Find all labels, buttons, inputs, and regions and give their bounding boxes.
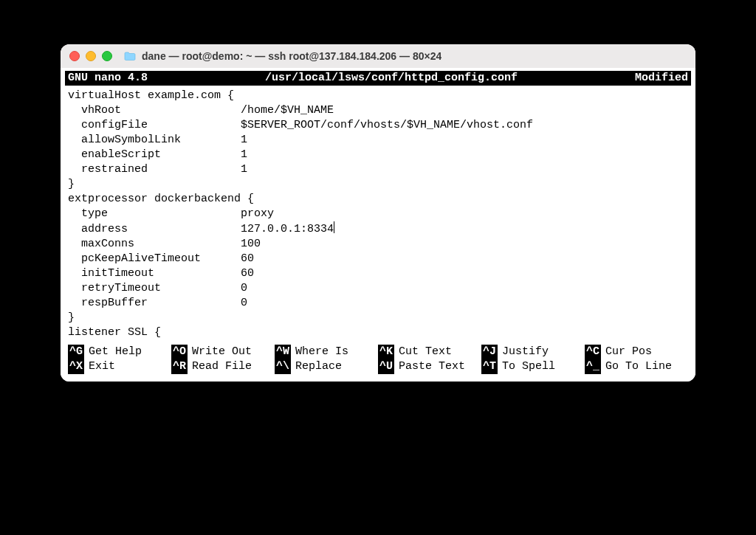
nano-shortcut-bar: ^GGet Help^OWrite Out^WWhere Is^KCut Tex… bbox=[65, 340, 691, 374]
shortcut-key: ^X bbox=[68, 359, 84, 374]
nano-status-bar: GNU nano 4.8 /usr/local/lsws/conf/httpd_… bbox=[65, 71, 691, 86]
editor-line[interactable]: enableScript 1 bbox=[68, 148, 688, 162]
shortcut-item: ^TTo Spell bbox=[481, 359, 585, 374]
nano-file-state: Modified bbox=[613, 71, 688, 86]
shortcut-key: ^\ bbox=[275, 359, 291, 374]
shortcut-key: ^G bbox=[68, 345, 84, 359]
editor-line[interactable]: retryTimeout 0 bbox=[68, 281, 688, 296]
editor-line[interactable]: allowSymbolLink 1 bbox=[68, 133, 688, 148]
shortcut-label: Go To Line bbox=[605, 359, 672, 374]
shortcut-label: Cut Text bbox=[399, 345, 452, 359]
shortcut-key: ^W bbox=[275, 345, 291, 359]
editor-line[interactable]: } bbox=[68, 311, 688, 325]
shortcut-key: ^T bbox=[481, 359, 498, 374]
zoom-window-button[interactable] bbox=[102, 51, 112, 61]
editor-line[interactable]: type proxy bbox=[68, 207, 688, 221]
close-window-button[interactable] bbox=[69, 51, 80, 61]
nano-app-name: GNU nano 4.8 bbox=[68, 71, 170, 86]
editor-line[interactable]: respBuffer 0 bbox=[68, 296, 688, 311]
shortcut-item: ^WWhere Is bbox=[275, 345, 378, 359]
nano-file-path: /usr/local/lsws/conf/httpd_config.conf bbox=[170, 71, 613, 86]
editor-line[interactable]: virtualHost example.com { bbox=[68, 89, 688, 103]
shortcut-key: ^_ bbox=[585, 359, 601, 374]
minimize-window-button[interactable] bbox=[86, 51, 96, 61]
shortcut-label: Write Out bbox=[192, 345, 252, 359]
shortcut-item: ^UPaste Text bbox=[378, 359, 481, 374]
shortcut-row: ^XExit^RRead File^\Replace^UPaste Text^T… bbox=[68, 359, 688, 374]
editor-line[interactable]: listener SSL { bbox=[68, 325, 688, 340]
shortcut-key: ^O bbox=[171, 345, 188, 359]
editor-line[interactable]: maxConns 100 bbox=[68, 237, 688, 252]
shortcut-item: ^GGet Help bbox=[68, 345, 171, 359]
shortcut-label: Cur Pos bbox=[605, 345, 652, 359]
editor-line[interactable]: } bbox=[68, 177, 688, 192]
editor-body[interactable]: virtualHost example.com { vhRoot /home/$… bbox=[65, 86, 691, 340]
shortcut-label: Replace bbox=[295, 359, 342, 374]
shortcut-label: Exit bbox=[89, 359, 115, 374]
shortcut-label: To Spell bbox=[502, 359, 555, 374]
terminal-window: dane — root@demo: ~ — ssh root@137.184.1… bbox=[61, 44, 695, 382]
editor-line[interactable]: extprocessor dockerbackend { bbox=[68, 192, 688, 207]
editor-line[interactable]: pcKeepAliveTimeout 60 bbox=[68, 252, 688, 266]
editor-line[interactable]: address 127.0.0.1:8334 bbox=[68, 221, 688, 237]
text-cursor bbox=[334, 221, 334, 233]
shortcut-key: ^J bbox=[481, 345, 498, 359]
shortcut-item: ^OWrite Out bbox=[171, 345, 275, 359]
shortcut-label: Where Is bbox=[295, 345, 348, 359]
window-title: dane — root@demo: ~ — ssh root@137.184.1… bbox=[142, 50, 441, 62]
shortcut-key: ^R bbox=[171, 359, 188, 374]
shortcut-key: ^K bbox=[378, 345, 394, 359]
terminal-area[interactable]: GNU nano 4.8 /usr/local/lsws/conf/httpd_… bbox=[61, 68, 695, 382]
window-titlebar: dane — root@demo: ~ — ssh root@137.184.1… bbox=[61, 44, 695, 68]
editor-line[interactable]: restrained 1 bbox=[68, 162, 688, 177]
editor-line[interactable]: configFile $SERVER_ROOT/conf/vhosts/$VH_… bbox=[68, 118, 688, 133]
shortcut-row: ^GGet Help^OWrite Out^WWhere Is^KCut Tex… bbox=[68, 345, 688, 359]
shortcut-item: ^_Go To Line bbox=[585, 359, 688, 374]
shortcut-label: Paste Text bbox=[399, 359, 465, 374]
shortcut-item: ^RRead File bbox=[171, 359, 275, 374]
shortcut-item: ^CCur Pos bbox=[585, 345, 688, 359]
editor-line[interactable]: vhRoot /home/$VH_NAME bbox=[68, 103, 688, 118]
shortcut-key: ^C bbox=[585, 345, 601, 359]
window-controls bbox=[69, 51, 112, 61]
shortcut-item: ^XExit bbox=[68, 359, 171, 374]
shortcut-item: ^KCut Text bbox=[378, 345, 481, 359]
editor-line[interactable]: initTimeout 60 bbox=[68, 266, 688, 281]
shortcut-item: ^\Replace bbox=[275, 359, 378, 374]
shortcut-label: Justify bbox=[502, 345, 549, 359]
shortcut-label: Get Help bbox=[89, 345, 142, 359]
shortcut-key: ^U bbox=[378, 359, 394, 374]
shortcut-label: Read File bbox=[192, 359, 252, 374]
shortcut-item: ^JJustify bbox=[481, 345, 585, 359]
folder-icon bbox=[124, 52, 136, 61]
